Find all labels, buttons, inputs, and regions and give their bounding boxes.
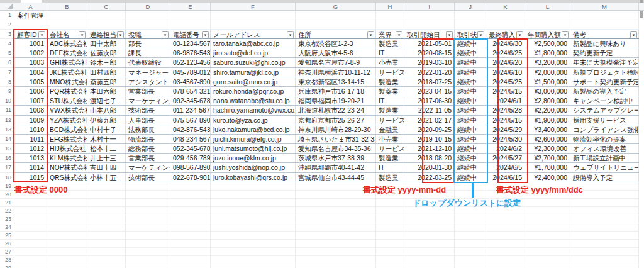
empty-cell[interactable] [47,215,87,223]
empty-cell[interactable] [486,215,525,223]
cell-r7-c8[interactable]: サービス [376,68,404,77]
empty-cell[interactable] [87,215,126,223]
cell-r15-c8[interactable]: サービス [376,144,404,153]
cell-r16-c12[interactable]: ¥2,700,000 [525,154,570,162]
row-number-3[interactable]: 3 [0,30,14,39]
empty-cell[interactable] [296,11,376,20]
cell-r6-c6[interactable]: saburo.suzuki@ghi.co.jp [211,58,296,67]
cell-r7-c11[interactable]: 2024/6/10 [486,68,525,77]
empty-cell[interactable] [455,215,486,223]
empty-cell[interactable] [486,264,525,268]
empty-cell[interactable] [14,240,47,248]
cell-r15-c6[interactable]: juni.matsumoto@hij.co.jp [211,144,296,153]
cell-r15-c12[interactable]: ¥2,300,000 [525,144,570,153]
cell-r12-c5[interactable]: 075-567-8901 [170,116,211,125]
sheet-title-cell[interactable]: 案件管理 [14,11,47,20]
empty-cell[interactable] [455,264,486,268]
empty-cell[interactable] [126,240,170,248]
cell-r4-c3[interactable]: 田中太郎 [87,39,126,48]
cell-r17-c12[interactable]: ¥1,700,000 [525,163,570,172]
select-all-corner[interactable] [0,3,14,10]
cell-r14-c8[interactable]: 小売業 [376,135,404,143]
cell-r6-c2[interactable]: GHI株式会社 [47,58,87,67]
cell-r9-c1[interactable]: 1006 [14,87,47,96]
cell-r8-c11[interactable]: 2024/5/25 [486,77,525,86]
cell-r6-c10[interactable]: 継続中 [455,58,486,67]
cell-r13-c5[interactable]: 042-876-5432 [170,125,211,134]
header-13[interactable]: 備考▾ [570,30,639,38]
filter-icon[interactable]: ▾ [516,31,523,38]
empty-cell[interactable] [87,199,126,207]
empty-cell[interactable] [455,248,486,256]
cell-r17-c11[interactable]: 2024/6/5 [486,163,525,172]
empty-cell[interactable] [126,199,170,207]
cell-r11-c8[interactable]: 製造業 [376,106,404,114]
cell-r10-c13[interactable]: キャンペーン検討中 [570,96,639,105]
empty-cell[interactable] [14,264,47,268]
column-letter-J[interactable]: J [455,3,486,10]
cell-r11-c3[interactable]: 山本八郎 [87,106,126,114]
row-number-22[interactable]: 22 [0,207,14,215]
cell-r11-c1[interactable]: 1008 [14,106,47,114]
cell-r15-c4[interactable]: 総務部長 [126,144,170,153]
filter-icon[interactable]: ▾ [367,31,374,38]
column-letter-I[interactable]: I [404,3,455,10]
cell-r18-c5[interactable]: 022-678-9012 [170,173,211,182]
cell-r11-c11[interactable]: 2024/5/28 [486,106,525,114]
cell-r17-c7[interactable]: 沖縄県那覇市40-41-42 [296,163,376,172]
filter-icon[interactable]: ▾ [287,31,294,38]
cell-r11-c4[interactable]: 技術部長 [126,106,170,114]
cell-r10-c7[interactable]: 福岡県福岡市19-20-21 [296,96,376,105]
empty-cell[interactable] [47,248,87,256]
cell-r6-c1[interactable]: 1003 [14,58,47,67]
empty-cell[interactable] [455,232,486,240]
cell-r13-c12[interactable]: ¥3,400,000 [525,125,570,134]
cell-r16-c1[interactable]: 1013 [14,154,47,162]
filter-icon[interactable]: ▾ [396,31,402,38]
cell-r14-c3[interactable]: 木村十一 [87,135,126,143]
cell-r14-c5[interactable]: 048-234-5678 [170,135,211,143]
cell-r18-c12[interactable]: ¥2,400,000 [525,173,570,182]
cell-r13-c6[interactable]: juko.nakamura@bcd.co.jp [211,125,296,134]
empty-cell[interactable] [170,248,211,256]
cell-r17-c13[interactable]: ウェブサイトリニューアル [570,163,639,172]
column-letter-C[interactable]: C [87,3,126,10]
empty-cell[interactable] [296,215,376,223]
empty-cell[interactable] [296,199,376,207]
empty-cell[interactable] [570,223,639,232]
cell-r13-c9[interactable]: 2020-09-25 [404,125,455,134]
cell-r7-c12[interactable]: ¥2,000,000 [525,68,570,77]
cell-r12-c9[interactable]: 2021-02-17 [404,116,455,125]
cell-r18-c13[interactable]: 設備導入予定 [570,173,639,182]
empty-cell[interactable] [170,207,211,215]
empty-cell[interactable] [87,240,126,248]
cell-r8-c2[interactable]: MNO株式会社 [47,77,87,86]
row-number-4[interactable]: 4 [0,39,14,48]
cell-r14-c11[interactable]: 2024/5/30 [486,135,525,143]
row-number-28[interactable]: 28 [0,256,14,264]
empty-cell[interactable] [47,223,87,232]
empty-cell[interactable] [296,223,376,232]
cell-r18-c2[interactable]: QRS株式会社 [47,173,87,182]
empty-cell[interactable] [170,264,211,268]
cell-r7-c4[interactable]: マネージャー [126,68,170,77]
empty-cell[interactable] [211,191,296,199]
empty-cell[interactable] [296,232,376,240]
column-letter-A[interactable]: A [14,3,47,10]
empty-cell[interactable] [87,248,126,256]
row-number-21[interactable]: 21 [0,199,14,207]
empty-cell[interactable] [211,248,296,256]
cell-r4-c8[interactable]: 製造業 [376,39,404,48]
row-number-26[interactable]: 26 [0,240,14,248]
filter-icon[interactable]: ▾ [162,31,169,38]
filter-icon[interactable]: ▾ [202,31,209,38]
cell-r8-c7[interactable]: 東京都新宿区13-14-15 [296,77,376,86]
cell-r5-c4[interactable]: 課長 [126,48,170,57]
empty-cell[interactable] [87,232,126,240]
empty-cell[interactable] [455,20,486,30]
column-letter-H[interactable]: H [376,3,404,10]
cell-r10-c8[interactable]: IT [376,96,404,105]
column-letter-B[interactable]: B [47,3,87,10]
cell-r5-c2[interactable]: DEF株式会社 [47,48,87,57]
cell-r14-c4[interactable]: 物流部長 [126,135,170,143]
